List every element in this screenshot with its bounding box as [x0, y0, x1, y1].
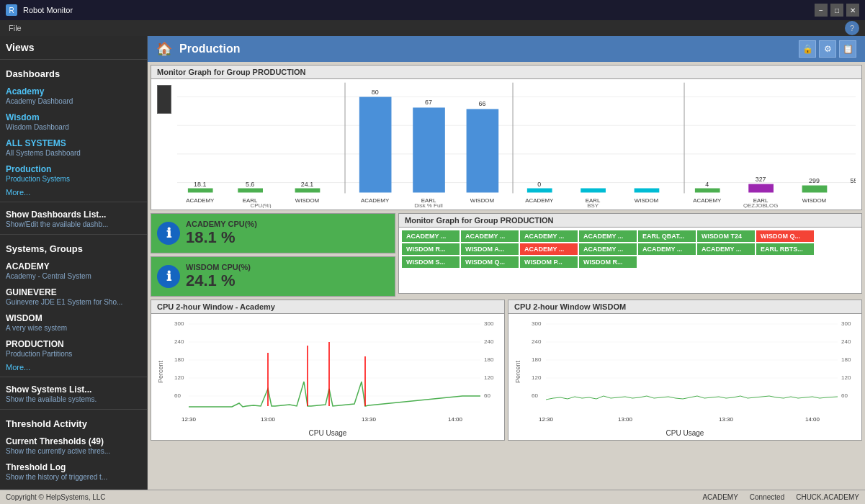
svg-text:ACADEMY: ACADEMY: [525, 197, 554, 204]
copyright: Copyright © HelpSystems, LLC: [6, 493, 106, 501]
prod-cell[interactable]: ACADEMY ...: [638, 243, 696, 255]
prod-cell[interactable]: ACADEMY ...: [579, 243, 637, 255]
prod-cell[interactable]: ACADEMY ...: [461, 230, 519, 242]
prod-cell[interactable]: WISDOM Q...: [756, 230, 814, 242]
prod-cell[interactable]: ACADEMY ...: [579, 230, 637, 242]
monitor-graph-panel: Monitor Graph for Group PRODUCTION: [151, 65, 862, 210]
svg-rect-8: [238, 188, 263, 192]
prod-cell[interactable]: ACADEMY ...: [520, 243, 578, 255]
svg-text:60: 60: [841, 392, 848, 399]
status-bar: Copyright © HelpSystems, LLC ACADEMY Con…: [0, 490, 865, 504]
connection-label: Connected: [750, 493, 784, 501]
sidebar-item-academy-group[interactable]: ACADEMY: [0, 257, 147, 272]
wisdom-info-icon: ℹ: [157, 265, 180, 288]
academy-y-axis-label: Percent: [154, 317, 164, 426]
views-label: Views: [0, 36, 147, 56]
title-bar-controls: − □ ✕: [815, 4, 859, 17]
sidebar-item-production-sub[interactable]: Production Systems: [0, 175, 147, 186]
menu-bar: File ?: [0, 20, 865, 36]
more-systems[interactable]: More...: [0, 361, 147, 374]
svg-text:CPU(%): CPU(%): [250, 202, 271, 208]
prod-cell[interactable]: WISDOM T24: [697, 230, 755, 242]
lock-button[interactable]: 🔒: [799, 40, 816, 58]
minimize-button[interactable]: −: [815, 4, 828, 17]
svg-rect-17: [748, 184, 774, 193]
show-dashboards-list[interactable]: Show Dashboards List...: [0, 205, 147, 220]
svg-text:13:00: 13:00: [618, 416, 633, 423]
svg-text:WISDOM: WISDOM: [802, 197, 826, 204]
prod-cell[interactable]: EARL QBAT...: [638, 230, 696, 242]
sidebar-item-wisdom[interactable]: Wisdom: [0, 108, 147, 123]
status-bar-right: ACADEMY Connected CHUCK.ACADEMY: [702, 493, 859, 501]
sidebar-item-all-systems[interactable]: ALL SYSTEMS: [0, 134, 147, 149]
current-thresholds[interactable]: Current Thresholds (49): [0, 432, 147, 447]
academy-cpu-content: ACADEMY CPU(%) 18.1 %: [186, 220, 257, 247]
academy-chart-body: Percent 300 240 180 120 60: [151, 314, 504, 429]
svg-text:120: 120: [532, 374, 542, 381]
wisdom-cpu-usage-label: CPU Usage: [508, 429, 861, 440]
prod-cell[interactable]: WISDOM Q...: [461, 256, 519, 268]
sidebar-item-guinevere[interactable]: GUINEVERE: [0, 283, 147, 298]
header-actions: 🔒 ⚙ 📋: [799, 40, 856, 58]
help-button[interactable]: ?: [845, 21, 859, 35]
sidebar-item-guinevere-sub[interactable]: Guinevere JDE E1 System for Sho...: [0, 298, 147, 309]
prod-cell[interactable]: EARL RBTS...: [756, 243, 814, 255]
svg-text:66: 66: [478, 100, 485, 107]
sidebar-item-wisdom-sub[interactable]: Wisdom Dashboard: [0, 123, 147, 134]
svg-text:327: 327: [756, 176, 766, 183]
svg-text:Disk % Full: Disk % Full: [414, 202, 443, 208]
sidebar-item-wisdom-group[interactable]: WISDOM: [0, 309, 147, 324]
sidebar-item-academy-sub[interactable]: Academy Dashboard: [0, 97, 147, 108]
prod-cell[interactable]: ACADEMY ...: [697, 243, 755, 255]
threshold-log-sub[interactable]: Show the history of triggered t...: [0, 473, 147, 484]
wisdom-cpu-content: WISDOM CPU(%) 24.1 %: [186, 263, 251, 290]
threshold-log[interactable]: Threshold Log: [0, 458, 147, 473]
svg-rect-18: [802, 186, 828, 193]
prod-cell[interactable]: WISDOM A...: [461, 243, 519, 255]
svg-text:60: 60: [532, 392, 538, 399]
show-dashboards-sub[interactable]: Show/Edit the available dashb...: [0, 220, 147, 231]
sidebar-item-production-group[interactable]: PRODUCTION: [0, 335, 147, 350]
svg-text:300: 300: [532, 320, 542, 327]
sidebar-item-all-systems-sub[interactable]: All Systems Dashboard: [0, 149, 147, 160]
academy-cpu-panel: CPU 2-hour Window - Academy Percent 300 …: [151, 300, 505, 441]
sidebar-item-production[interactable]: Production: [0, 160, 147, 175]
svg-text:240: 240: [174, 338, 184, 345]
file-menu[interactable]: File: [6, 22, 24, 34]
academy-chart-area: 300 240 180 120 60 300 240 180 120 60: [164, 317, 501, 426]
svg-text:180: 180: [174, 356, 184, 363]
maximize-button[interactable]: □: [830, 4, 843, 17]
prod-cell[interactable]: WISDOM R...: [579, 256, 637, 268]
settings-button[interactable]: ⚙: [819, 40, 836, 58]
svg-text:5.6: 5.6: [246, 181, 254, 188]
prod-cell[interactable]: ACADEMY ...: [520, 230, 578, 242]
content-header: 🏠 Production 🔒 ⚙ 📋: [148, 36, 865, 62]
prod-cell[interactable]: WISDOM S...: [402, 256, 460, 268]
content-area: 🏠 Production 🔒 ⚙ 📋 Monitor Graph for Gro…: [148, 36, 865, 490]
export-button[interactable]: 📋: [839, 40, 856, 58]
svg-text:300: 300: [484, 320, 494, 327]
svg-text:180: 180: [484, 356, 494, 363]
bar-chart-svg: 18.1 5.6 24.1 80 67 66 0 4 327 299 554: [177, 82, 856, 208]
prod-cell[interactable]: WISDOM R...: [402, 243, 460, 255]
sidebar-item-academy[interactable]: Academy: [0, 82, 147, 97]
prod-cell[interactable]: WISDOM P...: [520, 256, 578, 268]
sidebar-item-production-group-sub[interactable]: Production Partitions: [0, 350, 147, 361]
cpu-charts-section: CPU 2-hour Window - Academy Percent 300 …: [151, 300, 862, 444]
current-thresholds-sub[interactable]: Show the currently active thres...: [0, 447, 147, 458]
wisdom-y-axis-label: Percent: [511, 317, 521, 426]
prod-cell[interactable]: ACADEMY ...: [402, 230, 460, 242]
show-systems-sub[interactable]: Show the available systems.: [0, 395, 147, 406]
close-button[interactable]: ✕: [846, 4, 859, 17]
more-dashboards[interactable]: More...: [0, 186, 147, 199]
svg-rect-7: [188, 188, 213, 192]
title-bar: R Robot Monitor − □ ✕: [0, 0, 865, 20]
academy-cpu-label: ACADEMY CPU(%): [186, 220, 257, 228]
svg-text:240: 240: [841, 338, 851, 345]
svg-text:80: 80: [372, 89, 379, 96]
show-systems-list[interactable]: Show Systems List...: [0, 380, 147, 395]
sidebar-item-academy-group-sub[interactable]: Academy - Central System: [0, 272, 147, 283]
sidebar-item-wisdom-group-sub[interactable]: A very wise system: [0, 324, 147, 335]
threshold-label: Threshold Activity: [0, 413, 147, 432]
svg-rect-14: [581, 188, 606, 192]
